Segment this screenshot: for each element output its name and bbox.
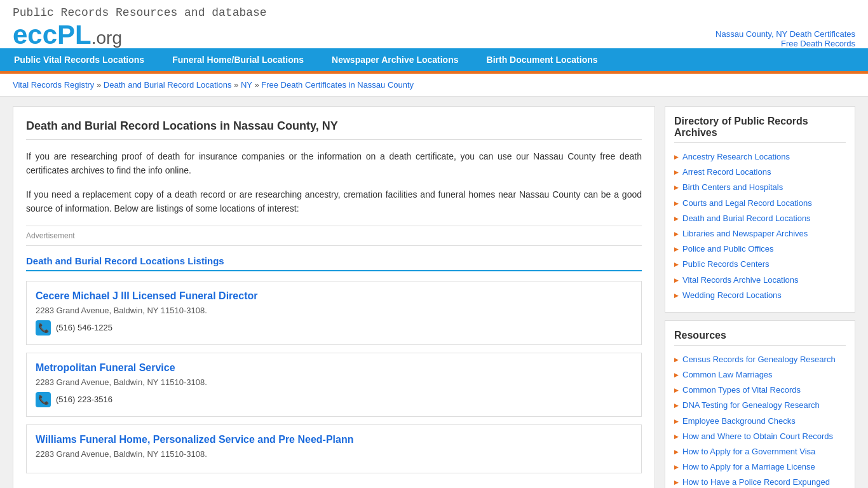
dir-link-9[interactable]: Wedding Record Locations [682, 290, 782, 301]
intro-paragraph-1: If you are researching proof of death fo… [26, 149, 642, 178]
sidebar-directory-box: Directory of Public Records Archives Anc… [665, 106, 855, 313]
res-link-5[interactable]: How and Where to Obtain Court Records [682, 431, 833, 442]
list-item: Census Records for Genealogy Research [674, 352, 846, 367]
phone-icon-2: 📞 [36, 392, 51, 407]
res-link-6[interactable]: How to Apply for a Government Visa [682, 446, 815, 458]
dir-link-4[interactable]: Death and Burial Record Locations [682, 213, 811, 224]
dir-link-5[interactable]: Libraries and Newspaper Archives [682, 228, 808, 240]
breadcrumb-link-2[interactable]: Death and Burial Record Locations [104, 80, 232, 90]
logo-org: .org [92, 28, 122, 48]
sidebar-resources-list: Census Records for Genealogy Research Co… [674, 352, 846, 488]
sidebar-resources-box: Resources Census Records for Genealogy R… [665, 320, 855, 488]
listing-phone-number-2: (516) 223-3516 [56, 395, 112, 404]
sidebar-directory-title: Directory of Public Records Archives [674, 116, 846, 143]
site-header: Public Records Resources and database ec… [0, 0, 868, 48]
nav-funeral-home-burial[interactable]: Funeral Home/Burial Locations [158, 48, 318, 71]
logo-ecc: ecc [13, 20, 57, 50]
listing-card-3: Williams Funeral Home, Personalized Serv… [26, 424, 642, 473]
listing-phone-1: 📞 (516) 546-1225 [36, 320, 632, 336]
list-item: How to Apply for a Government Visa [674, 444, 846, 459]
logo-pl: PL [57, 20, 92, 50]
header-ad-link-1[interactable]: Nassau County, NY Death Certificates [715, 29, 855, 39]
listing-address-2: 2283 Grand Avenue, Baldwin, NY 11510-310… [36, 377, 632, 387]
listing-name-2[interactable]: Metropolitan Funeral Service [36, 362, 632, 374]
nav-newspaper-archive[interactable]: Newspaper Archive Locations [318, 48, 472, 71]
res-link-7[interactable]: How to Apply for a Marriage License [682, 461, 815, 473]
list-item: How and Where to Obtain Court Records [674, 429, 846, 444]
sidebar-resources-title: Resources [674, 330, 846, 346]
list-item: Employee Background Checks [674, 414, 846, 429]
site-tagline: Public Records Resources and database [13, 6, 267, 19]
list-item: Arrest Record Locations [674, 165, 846, 180]
list-item: DNA Testing for Genealogy Research [674, 398, 846, 413]
res-link-1[interactable]: Common Law Marriages [682, 369, 773, 381]
res-link-0[interactable]: Census Records for Genealogy Research [682, 354, 836, 365]
list-item: Death and Burial Record Locations [674, 211, 846, 226]
navbar: Public Vital Records Locations Funeral H… [0, 48, 868, 71]
list-item: Common Law Marriages [674, 367, 846, 383]
breadcrumb-link-4[interactable]: Free Death Certificates in Nassau County [261, 80, 414, 90]
nav-public-vital-records[interactable]: Public Vital Records Locations [0, 48, 158, 71]
res-link-4[interactable]: Employee Background Checks [682, 416, 796, 427]
listing-name-3[interactable]: Williams Funeral Home, Personalized Serv… [36, 434, 632, 445]
list-item: Vital Records Archive Locations [674, 273, 846, 288]
res-link-2[interactable]: Common Types of Vital Records [682, 384, 801, 396]
listing-card-1: Cecere Michael J III Licensed Funeral Di… [26, 281, 642, 345]
page-title: Death and Burial Record Locations in Nas… [26, 119, 642, 140]
dir-link-7[interactable]: Public Records Centers [682, 259, 770, 270]
list-item: How to Apply for a Marriage License [674, 459, 846, 475]
listing-address-3: 2283 Grand Avenue, Baldwin, NY 11510-310… [36, 449, 632, 459]
phone-icon-1: 📞 [36, 320, 51, 336]
list-item: Wedding Record Locations [674, 288, 846, 303]
logo: eccPL.org [13, 22, 267, 48]
intro-paragraph-2: If you need a replacement copy of a deat… [26, 187, 642, 216]
breadcrumb-link-3[interactable]: NY [241, 80, 252, 90]
advertisement-box: Advertisement [26, 226, 642, 246]
dir-link-6[interactable]: Police and Public Offices [682, 243, 774, 255]
sidebar: Directory of Public Records Archives Anc… [665, 106, 855, 488]
dir-link-2[interactable]: Birth Centers and Hospitals [682, 182, 783, 193]
listing-phone-number-1: (516) 546-1225 [56, 323, 112, 332]
breadcrumb: Vital Records Registry » Death and Buria… [0, 74, 868, 97]
dir-link-3[interactable]: Courts and Legal Record Locations [682, 198, 812, 209]
list-item: Police and Public Offices [674, 241, 846, 257]
listing-address-1: 2283 Grand Avenue, Baldwin, NY 11510-310… [36, 306, 632, 315]
listing-card-2: Metropolitan Funeral Service 2283 Grand … [26, 353, 642, 417]
advertisement-label: Advertisement [26, 231, 75, 240]
dir-link-8[interactable]: Vital Records Archive Locations [682, 274, 799, 286]
header-ad-link-2[interactable]: Free Death Records [715, 39, 855, 48]
res-link-3[interactable]: DNA Testing for Genealogy Research [682, 400, 820, 411]
list-item: Public Records Centers [674, 257, 846, 272]
dir-link-1[interactable]: Arrest Record Locations [682, 166, 771, 178]
res-link-8[interactable]: How to Have a Police Record Expunged [682, 477, 830, 488]
listings-header: Death and Burial Record Locations Listin… [26, 255, 642, 271]
list-item: Courts and Legal Record Locations [674, 196, 846, 211]
logo-area: Public Records Resources and database ec… [13, 6, 267, 48]
list-item: How to Have a Police Record Expunged [674, 475, 846, 488]
list-item: Birth Centers and Hospitals [674, 180, 846, 195]
main-layout: Death and Burial Record Locations in Nas… [0, 97, 868, 488]
listing-phone-2: 📞 (516) 223-3516 [36, 392, 632, 407]
breadcrumb-link-1[interactable]: Vital Records Registry [13, 80, 94, 90]
content-area: Death and Burial Record Locations in Nas… [13, 106, 655, 488]
listing-name-1[interactable]: Cecere Michael J III Licensed Funeral Di… [36, 290, 632, 302]
dir-link-0[interactable]: Ancestry Research Locations [682, 151, 790, 163]
sidebar-directory-list: Ancestry Research Locations Arrest Recor… [674, 149, 846, 303]
list-item: Libraries and Newspaper Archives [674, 226, 846, 241]
nav-birth-document[interactable]: Birth Document Locations [473, 48, 612, 71]
header-ads: Nassau County, NY Death Certificates Fre… [715, 29, 855, 48]
list-item: Ancestry Research Locations [674, 149, 846, 165]
list-item: Common Types of Vital Records [674, 383, 846, 398]
